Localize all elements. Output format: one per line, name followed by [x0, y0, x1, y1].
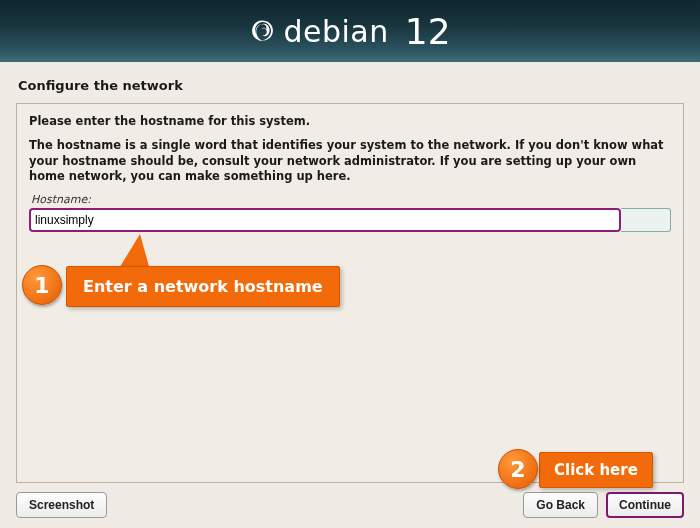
- installer-header: debian 12: [0, 0, 700, 62]
- hostname-prompt: Please enter the hostname for this syste…: [29, 114, 671, 128]
- hostname-description: The hostname is a single word that ident…: [29, 138, 671, 185]
- screenshot-button[interactable]: Screenshot: [16, 492, 107, 518]
- go-back-button[interactable]: Go Back: [523, 492, 598, 518]
- hostname-label: Hostname:: [31, 193, 671, 206]
- hostname-row: [29, 208, 671, 232]
- hostname-sidebox: [621, 208, 671, 232]
- debian-swirl-icon: [249, 18, 275, 44]
- brand-name: debian: [283, 14, 388, 49]
- annotation-callout-2: Click here: [539, 452, 653, 488]
- page-title: Configure the network: [0, 62, 700, 103]
- hostname-input[interactable]: [29, 208, 621, 232]
- brand-version: 12: [405, 11, 451, 52]
- bottom-bar: Screenshot Go Back Continue: [16, 492, 684, 518]
- continue-button[interactable]: Continue: [606, 492, 684, 518]
- annotation-badge-1: 1: [22, 265, 62, 305]
- annotation-badge-2: 2: [498, 449, 538, 489]
- annotation-callout-1: Enter a network hostname: [66, 266, 340, 307]
